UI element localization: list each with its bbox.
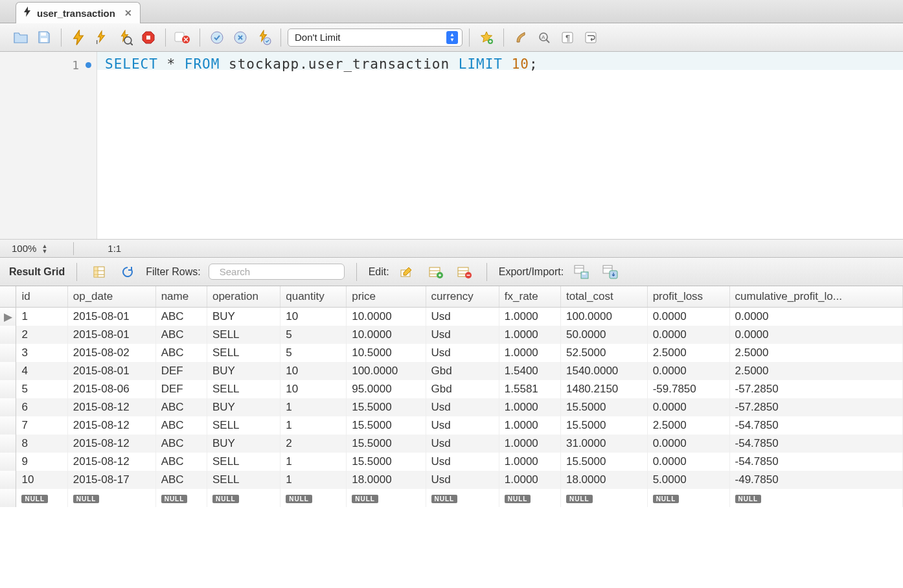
cell[interactable]: 2.5000 [647, 416, 729, 435]
cell-null[interactable]: NULL [16, 489, 67, 507]
cell[interactable]: 2015-08-06 [67, 380, 155, 398]
cell[interactable]: 2 [16, 326, 67, 344]
cell[interactable]: Usd [426, 326, 499, 344]
autocommit-button[interactable] [253, 27, 274, 48]
cell[interactable]: 1480.2150 [560, 380, 647, 398]
wrap-button[interactable] [580, 27, 601, 48]
cell[interactable]: Gbd [426, 362, 499, 380]
cell[interactable]: 1 [280, 471, 347, 489]
cell[interactable]: 2.5000 [647, 344, 729, 362]
col-profit-loss[interactable]: profit_loss [647, 286, 729, 308]
cell[interactable]: ABC [155, 326, 207, 344]
cell[interactable]: SELL [207, 471, 280, 489]
save-button[interactable] [34, 27, 54, 48]
export-button[interactable] [571, 262, 592, 282]
cell[interactable]: 2015-08-01 [67, 308, 155, 326]
cell[interactable]: 0.0000 [647, 435, 729, 453]
cell[interactable]: 10 [280, 308, 347, 326]
cell[interactable]: 15.5000 [347, 435, 426, 453]
cell[interactable]: 2015-08-17 [67, 471, 155, 489]
cell[interactable]: 1.0000 [499, 471, 560, 489]
limit-select[interactable]: Don't Limit ▲▼ [288, 28, 463, 47]
cell[interactable]: 18.0000 [347, 471, 426, 489]
cell[interactable]: ABC [155, 416, 207, 435]
cell[interactable]: 1.0000 [499, 435, 560, 453]
row-handle[interactable] [0, 344, 16, 362]
col-op-date[interactable]: op_date [67, 286, 155, 308]
cell[interactable]: 52.5000 [560, 344, 647, 362]
table-row[interactable]: 52015-08-06DEFSELL1095.0000Gbd1.55811480… [0, 380, 903, 398]
table-row-null[interactable]: NULLNULLNULLNULLNULLNULLNULLNULLNULLNULL… [0, 489, 903, 507]
cell[interactable]: 4 [16, 362, 67, 380]
cell[interactable]: 2015-08-12 [67, 398, 155, 416]
sql-text[interactable]: SELECT * FROM stockapp.user_transaction … [97, 52, 903, 239]
cell[interactable]: 0.0000 [729, 326, 902, 344]
cell[interactable]: DEF [155, 380, 207, 398]
execute-current-button[interactable]: I [91, 27, 112, 48]
table-row[interactable]: 42015-08-01DEFBUY10100.0000Gbd1.54001540… [0, 362, 903, 380]
row-handle[interactable] [0, 489, 16, 507]
cell[interactable]: 2015-08-12 [67, 435, 155, 453]
stop-button[interactable] [138, 27, 159, 48]
cell[interactable]: 8 [16, 435, 67, 453]
cell[interactable]: 2015-08-12 [67, 416, 155, 435]
cell[interactable]: 15.5000 [560, 416, 647, 435]
row-handle[interactable] [0, 326, 16, 344]
cell[interactable]: 0.0000 [729, 308, 902, 326]
cell[interactable]: 10.5000 [347, 344, 426, 362]
cell[interactable]: 0.0000 [647, 308, 729, 326]
cell[interactable]: 100.0000 [560, 308, 647, 326]
row-handle[interactable] [0, 435, 16, 453]
cell[interactable]: 1.0000 [499, 416, 560, 435]
close-icon[interactable]: ✕ [124, 8, 132, 18]
cell[interactable]: 7 [16, 416, 67, 435]
cell[interactable]: 1 [280, 453, 347, 471]
cell[interactable]: 10.0000 [347, 326, 426, 344]
cell[interactable]: 15.5000 [347, 416, 426, 435]
cell[interactable]: 0.0000 [647, 326, 729, 344]
cell[interactable]: ABC [155, 308, 207, 326]
cell[interactable]: 2 [280, 435, 347, 453]
sql-editor[interactable]: 1 SELECT * FROM stockapp.user_transactio… [0, 52, 903, 240]
tab-user-transaction[interactable]: user_transaction ✕ [16, 2, 141, 23]
cell[interactable]: 1.0000 [499, 398, 560, 416]
cell[interactable]: 1.0000 [499, 308, 560, 326]
cell-null[interactable]: NULL [67, 489, 155, 507]
cell-null[interactable]: NULL [426, 489, 499, 507]
filter-search-box[interactable] [209, 264, 345, 280]
col-price[interactable]: price [347, 286, 426, 308]
cell[interactable]: 50.0000 [560, 326, 647, 344]
cell[interactable]: 10.0000 [347, 308, 426, 326]
cell[interactable]: 0.0000 [647, 398, 729, 416]
cell[interactable]: 10 [280, 380, 347, 398]
cell[interactable]: BUY [207, 362, 280, 380]
find-button[interactable]: A [534, 27, 554, 48]
stop-on-error-button[interactable] [172, 27, 193, 48]
cell[interactable]: Gbd [426, 380, 499, 398]
beautify-button[interactable] [510, 27, 531, 48]
row-handle[interactable] [0, 416, 16, 435]
cell[interactable]: 18.0000 [560, 471, 647, 489]
cell-null[interactable]: NULL [729, 489, 902, 507]
cell[interactable]: ABC [155, 344, 207, 362]
cell[interactable]: -57.2850 [729, 380, 902, 398]
cell[interactable]: BUY [207, 398, 280, 416]
row-handle[interactable]: ▶ [0, 308, 16, 326]
cell[interactable]: 0.0000 [647, 362, 729, 380]
cell-null[interactable]: NULL [499, 489, 560, 507]
cell[interactable]: Usd [426, 344, 499, 362]
cell[interactable]: 31.0000 [560, 435, 647, 453]
cell[interactable]: 5 [280, 344, 347, 362]
col-quantity[interactable]: quantity [280, 286, 347, 308]
col-name[interactable]: name [155, 286, 207, 308]
cell[interactable]: Usd [426, 398, 499, 416]
row-handle[interactable] [0, 471, 16, 489]
cell[interactable]: 3 [16, 344, 67, 362]
cell[interactable]: -54.7850 [729, 416, 902, 435]
cell[interactable]: 1.0000 [499, 344, 560, 362]
cell[interactable]: 10 [16, 471, 67, 489]
cell[interactable]: 9 [16, 453, 67, 471]
cell[interactable]: 15.5000 [347, 398, 426, 416]
cell[interactable]: SELL [207, 326, 280, 344]
favorite-button[interactable] [476, 27, 497, 48]
